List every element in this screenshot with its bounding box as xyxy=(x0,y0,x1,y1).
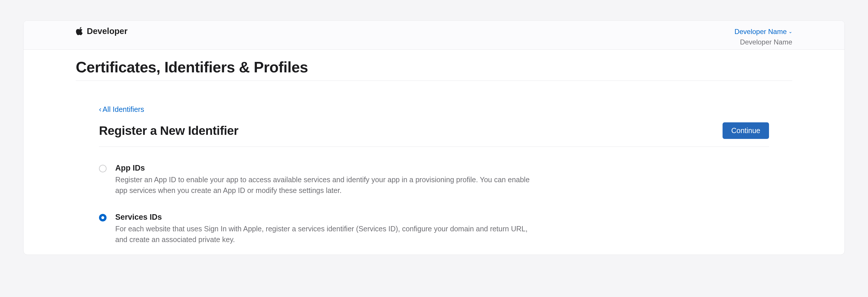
option-body: App IDs Register an App ID to enable you… xyxy=(115,164,530,196)
main-panel: Developer Developer Name ⌄ Developer Nam… xyxy=(23,20,845,255)
account-menu[interactable]: Developer Name ⌄ Developer Name xyxy=(735,26,792,47)
content-area: Certificates, Identifiers & Profiles ‹ A… xyxy=(24,50,844,245)
section-title: Register a New Identifier xyxy=(99,124,238,138)
brand-logo-group[interactable]: Developer xyxy=(76,26,127,36)
apple-icon xyxy=(76,27,83,36)
option-body: Services IDs For each website that uses … xyxy=(115,213,530,245)
continue-button[interactable]: Continue xyxy=(722,123,769,139)
radio-app-ids[interactable] xyxy=(99,165,106,172)
option-description: Register an App ID to enable your app to… xyxy=(115,174,530,196)
brand-text: Developer xyxy=(87,26,127,36)
account-name: Developer Name xyxy=(735,26,787,37)
page-title-row: Certificates, Identifiers & Profiles xyxy=(76,58,792,81)
identifier-options: App IDs Register an App ID to enable you… xyxy=(99,164,769,245)
option-app-ids[interactable]: App IDs Register an App ID to enable you… xyxy=(99,164,769,196)
back-link[interactable]: ‹ All Identifiers xyxy=(99,105,144,114)
panel-header: Developer Developer Name ⌄ Developer Nam… xyxy=(24,21,844,50)
back-link-label: All Identifiers xyxy=(102,105,144,114)
option-title: App IDs xyxy=(115,164,530,172)
inner-content: ‹ All Identifiers Register a New Identif… xyxy=(76,81,792,245)
option-services-ids[interactable]: Services IDs For each website that uses … xyxy=(99,213,769,245)
option-description: For each website that uses Sign In with … xyxy=(115,223,530,245)
account-name-dropdown[interactable]: Developer Name ⌄ xyxy=(735,26,792,37)
page-title: Certificates, Identifiers & Profiles xyxy=(76,58,792,76)
chevron-down-icon: ⌄ xyxy=(788,28,792,35)
option-title: Services IDs xyxy=(115,213,530,222)
radio-services-ids[interactable] xyxy=(99,214,106,221)
section-header-row: Register a New Identifier Continue xyxy=(99,123,769,147)
chevron-left-icon: ‹ xyxy=(99,105,101,114)
account-team: Developer Name xyxy=(735,37,792,47)
